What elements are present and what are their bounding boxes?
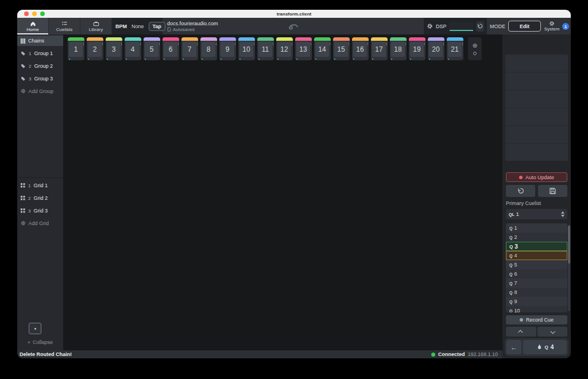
- transport-panel: ← Q 4: [505, 338, 568, 356]
- plus-circle-icon: ⊕: [21, 88, 25, 94]
- minimize-window-button[interactable]: [32, 11, 37, 16]
- chain-color-bar: [257, 37, 274, 41]
- scrollbar-thumb[interactable]: [568, 226, 570, 264]
- close-window-button[interactable]: [24, 11, 29, 16]
- sidebar-item-grid[interactable]: 2 Grid 2: [17, 193, 63, 203]
- grid-label: Grid 2: [33, 195, 48, 201]
- cue-prefix: Q: [509, 300, 512, 304]
- chain-chip[interactable]: 11: [257, 37, 274, 60]
- chain-chip[interactable]: 1: [68, 37, 84, 60]
- chain-notch: [216, 42, 216, 45]
- dsp-gear-icon: [427, 23, 433, 29]
- chain-notch: [368, 42, 368, 45]
- add-grid-button[interactable]: ⊕ Add Grid: [17, 218, 63, 229]
- tab-library-label: Library: [89, 27, 103, 32]
- cue-row[interactable]: Q 3: [506, 242, 567, 251]
- grid-icon: [21, 196, 25, 200]
- record-dot-icon: [520, 318, 523, 322]
- record-cue-button[interactable]: Record Cue: [506, 315, 567, 324]
- chain-notch: [330, 42, 330, 45]
- edit-mode-button[interactable]: Edit: [508, 21, 541, 32]
- sidebar-item-grid[interactable]: 3 Grid 3: [17, 206, 63, 216]
- cue-number: 9: [514, 299, 517, 304]
- chain-chip[interactable]: 4: [125, 37, 141, 60]
- sidebar-item-chains[interactable]: Chains: [17, 36, 63, 46]
- chain-color-bar: [106, 37, 122, 41]
- cuelist-name: 1: [516, 211, 519, 217]
- titlebar: transform.client: [17, 10, 571, 18]
- back-button[interactable]: ←: [506, 340, 521, 354]
- chain-color-bar: [314, 37, 331, 41]
- save-button[interactable]: [538, 185, 567, 197]
- server-ip: 192.168.1.10: [467, 351, 498, 357]
- cue-next-button[interactable]: [537, 327, 568, 337]
- tab-home[interactable]: Home: [17, 18, 49, 34]
- chain-chip[interactable]: 5: [144, 37, 160, 60]
- sidebar-item-group[interactable]: 2 Group 2: [17, 61, 63, 71]
- zoom-window-button[interactable]: [40, 11, 45, 16]
- chain-chip[interactable]: 9: [219, 37, 236, 60]
- cue-row[interactable]: Q 9: [506, 297, 567, 306]
- chain-chip[interactable]: 16: [352, 37, 369, 60]
- cue-row[interactable]: Q 1: [506, 223, 567, 233]
- chain-chip[interactable]: 17: [371, 37, 388, 60]
- primary-cuelist-select[interactable]: QL 1: [506, 209, 567, 219]
- add-group-button[interactable]: ⊕ Add Group: [17, 86, 63, 96]
- chain-number: 17: [372, 42, 386, 57]
- sidebar-item-grid[interactable]: 1 Grid 1: [17, 180, 63, 191]
- chain-number: 20: [429, 42, 443, 57]
- cue-number: 5: [514, 262, 517, 268]
- chain-chip[interactable]: 10: [238, 37, 255, 60]
- chain-chip[interactable]: 15: [333, 37, 350, 60]
- chain-chip[interactable]: 7: [181, 37, 198, 60]
- cue-prefix: Q: [509, 263, 512, 267]
- chain-number: 8: [202, 42, 215, 57]
- status-message: Delete Routed Chain!: [17, 351, 72, 357]
- chain-chip[interactable]: 12: [276, 37, 293, 60]
- tab-cuelists[interactable]: Cuelists: [49, 18, 80, 34]
- chain-chip[interactable]: 20: [428, 37, 444, 60]
- chain-chip[interactable]: 13: [295, 37, 312, 60]
- chain-chip[interactable]: 8: [200, 37, 217, 60]
- chain-notch: [273, 42, 273, 45]
- undo-button[interactable]: [506, 185, 535, 197]
- system-button[interactable]: System: [543, 19, 561, 33]
- group-number: 1: [29, 51, 31, 56]
- add-chain-button[interactable]: ⊕: [468, 37, 482, 60]
- chain-notch: [311, 42, 311, 45]
- chain-chip[interactable]: 2: [87, 37, 103, 60]
- tab-library[interactable]: Library: [80, 18, 112, 34]
- cue-row[interactable]: Q 10: [506, 306, 567, 312]
- chain-chip[interactable]: 3: [106, 37, 122, 60]
- chain-status-dot: [334, 59, 335, 60]
- group-label: Group 1: [34, 51, 53, 56]
- record-cue-label: Record Cue: [526, 317, 554, 323]
- chain-color-bar: [352, 37, 369, 41]
- chain-chip[interactable]: 14: [314, 37, 331, 60]
- cue-row[interactable]: Q 4: [506, 251, 567, 260]
- autosave-status: Autosaved: [173, 27, 195, 32]
- sidebar-item-group[interactable]: 1 Group 1: [17, 48, 63, 59]
- auto-update-button[interactable]: Auto Update: [506, 172, 567, 182]
- chain-chip[interactable]: 18: [390, 37, 407, 60]
- chain-chip[interactable]: 19: [409, 37, 425, 60]
- size-small-button[interactable]: [29, 323, 41, 334]
- collapse-sidebar-button[interactable]: « Collapse: [17, 338, 63, 347]
- cue-number: 7: [514, 280, 517, 286]
- notification-badge[interactable]: 1: [562, 23, 569, 30]
- go-cue-prefix: Q: [545, 345, 548, 350]
- fire-cue-button[interactable]: Q 4: [523, 340, 567, 354]
- cue-row[interactable]: Q 6: [506, 269, 567, 279]
- cue-row[interactable]: Q 2: [506, 233, 567, 242]
- record-dot-icon: [519, 176, 523, 179]
- cue-row[interactable]: Q 5: [506, 260, 567, 269]
- cue-previous-button[interactable]: [506, 327, 536, 337]
- chain-chip[interactable]: 21: [447, 37, 463, 60]
- cue-row[interactable]: Q 7: [506, 279, 567, 288]
- cue-row[interactable]: Q 8: [506, 288, 567, 297]
- dsp-reset-button[interactable]: [476, 21, 484, 32]
- cue-list-scrollbar[interactable]: [568, 225, 570, 311]
- sidebar-item-group[interactable]: 3 Group 3: [17, 74, 63, 84]
- auto-update-label: Auto Update: [525, 175, 554, 180]
- chain-chip[interactable]: 6: [163, 37, 179, 60]
